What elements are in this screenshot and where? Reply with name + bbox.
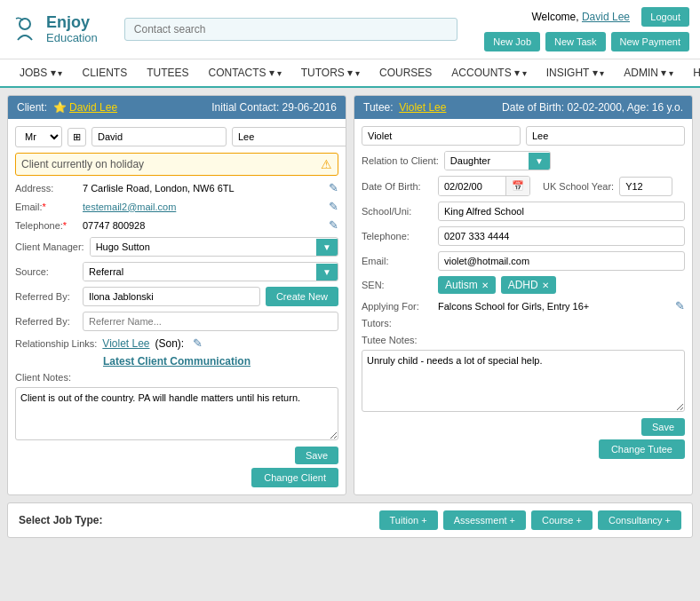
tutee-save-button[interactable]: Save [641,418,685,436]
relationship-edit-icon[interactable]: ✎ [193,336,203,350]
referred-by-2-input[interactable] [83,312,338,331]
tutee-panel-header: Tutee: Violet Lee Date of Birth: 02-02-2… [354,96,692,119]
tutee-telephone-label: Telephone: [362,231,433,241]
change-tutee-button[interactable]: Change Tutee [599,439,685,459]
search-bar[interactable] [124,18,457,41]
initial-contact: Initial Contact: 29-06-2016 [211,101,337,114]
email-value[interactable]: testemail2@mail.com [83,202,320,212]
relation-row: Relation to Client: ▼ [362,151,685,170]
new-payment-button[interactable]: New Payment [611,32,689,51]
adhd-label: ADHD [508,279,538,291]
nav-clients[interactable]: CLIENTS [73,59,136,86]
header-right: Welcome, David Lee Logout New Job New Ta… [484,7,689,51]
source-arrow[interactable]: ▼ [316,264,338,281]
client-manager-input[interactable] [91,238,316,256]
client-first-name-input[interactable] [91,127,227,146]
welcome-user-link[interactable]: David Lee [582,11,630,23]
telephone-edit-icon[interactable]: ✎ [329,218,338,232]
source-row: Source: ▼ [15,262,338,281]
tutee-first-name-input[interactable] [362,126,521,146]
address-edit-icon[interactable]: ✎ [329,181,338,194]
sen-label: SEN: [362,280,433,290]
relationship-link[interactable]: Violet Lee [102,337,149,350]
tutee-email-input[interactable] [438,251,685,271]
bottom-bar: Select Job Type: Tuition + Assessment + … [7,502,693,538]
address-label: Address: [15,183,77,194]
logout-button[interactable]: Logout [641,7,689,27]
client-manager-row: Client Manager: ▼ [15,237,338,257]
referred-by-2-label: Referred By: [15,316,77,327]
autism-label: Autism [445,279,478,291]
select-job-type-label: Select Job Type: [19,514,102,526]
nav-admin[interactable]: ADMIN ▾ [615,59,682,86]
client-manager-arrow[interactable]: ▼ [316,239,338,256]
source-input[interactable] [84,263,316,281]
client-manager-label: Client Manager: [15,241,84,252]
client-email-row: Email: testemail2@mail.com ✎ [15,200,338,213]
client-title-select[interactable]: MrMrsMsDr [15,126,62,147]
nav-insight[interactable]: INSIGHT ▾ [537,59,614,86]
client-notes-textarea[interactable]: Client is out of the country. PA will ha… [15,387,338,440]
search-input[interactable] [124,18,457,41]
school-label: School/Uni: [362,206,433,217]
consultancy-button[interactable]: Consultancy + [598,510,681,530]
dob-input[interactable] [439,178,505,195]
tutee-notes-section: Tutee Notes: Unruly child - needs a lot … [362,334,685,415]
client-header-label: Client: ⭐ David Lee [17,101,117,114]
course-button[interactable]: Course + [531,510,593,530]
create-new-button[interactable]: Create New [266,287,338,306]
tutors-label: Tutors: [362,318,433,328]
nav-accounts[interactable]: ACCOUNTS ▾ [442,59,535,86]
nav-help[interactable]: HELP [684,59,700,86]
tutee-save-row: Save [362,418,685,436]
address-value: 7 Carlisle Road, London, NW6 6TL [83,183,320,194]
applying-for-row: Applying For: Falcons School for Girls, … [362,299,685,312]
relation-input[interactable] [445,152,529,170]
nav-tutors[interactable]: TUTORS ▾ [292,59,369,86]
assessment-button[interactable]: Assessment + [443,510,526,530]
holiday-notice-text: Client currently on holiday [21,158,144,170]
tutee-header-label: Tutee: Violet Lee [363,101,446,114]
logo-line1: Enjoy [46,14,98,32]
logo-area: Enjoy Education [11,14,98,45]
client-save-row: Save [15,447,338,464]
applying-edit-icon[interactable]: ✎ [675,299,685,312]
change-client-button[interactable]: Change Client [251,468,338,487]
client-panel-body: MrMrsMsDr ⊞ Client currently on holiday … [8,119,346,494]
sen-badge-autism: Autism ✕ [438,276,496,294]
school-input[interactable] [438,202,685,221]
tutors-row: Tutors: [362,318,685,328]
nav-contacts[interactable]: CONTACTS ▾ [200,59,290,86]
client-holiday-row: Client currently on holiday ⚠ [15,153,338,176]
new-job-button[interactable]: New Job [484,32,540,51]
job-type-buttons: Tuition + Assessment + Course + Consulta… [379,510,681,530]
tutee-name-link[interactable]: Violet Lee [399,101,446,114]
sen-badges: Autism ✕ ADHD ✕ [438,276,556,294]
tutee-notes-textarea[interactable]: Unruly child - needs a lot of special he… [362,350,685,412]
autism-remove-icon[interactable]: ✕ [481,281,489,290]
calendar-icon[interactable]: 📅 [505,177,529,195]
nav-courses[interactable]: COURSES [370,59,441,86]
client-last-name-input[interactable] [232,127,346,146]
client-save-button[interactable]: Save [295,447,338,464]
relation-arrow[interactable]: ▼ [529,153,550,170]
uk-school-year-input[interactable] [619,177,672,196]
telephone-value: 07747 800928 [83,220,320,231]
dob-row: Date Of Birth: 📅 UK School Year: [362,176,685,196]
panels-row: Client: ⭐ David Lee Initial Contact: 29-… [7,95,693,495]
tutee-last-name-input[interactable] [526,126,685,146]
new-task-button[interactable]: New Task [545,32,605,51]
referred-by-input[interactable] [83,287,260,306]
email-edit-icon[interactable]: ✎ [329,200,338,213]
adhd-remove-icon[interactable]: ✕ [542,281,549,290]
nav-jobs[interactable]: JOBS ▾ [11,59,71,86]
relation-select-wrap: ▼ [444,151,551,170]
client-name-link[interactable]: David Lee [69,101,117,114]
title-icon[interactable]: ⊞ [68,128,86,146]
source-label: Source: [15,266,77,277]
tuition-button[interactable]: Tuition + [379,510,438,530]
tutee-email-label: Email: [362,256,433,266]
nav-tutees[interactable]: TUTEES [138,59,197,86]
school-row: School/Uni: [362,202,685,221]
tutee-telephone-input[interactable] [438,226,685,246]
